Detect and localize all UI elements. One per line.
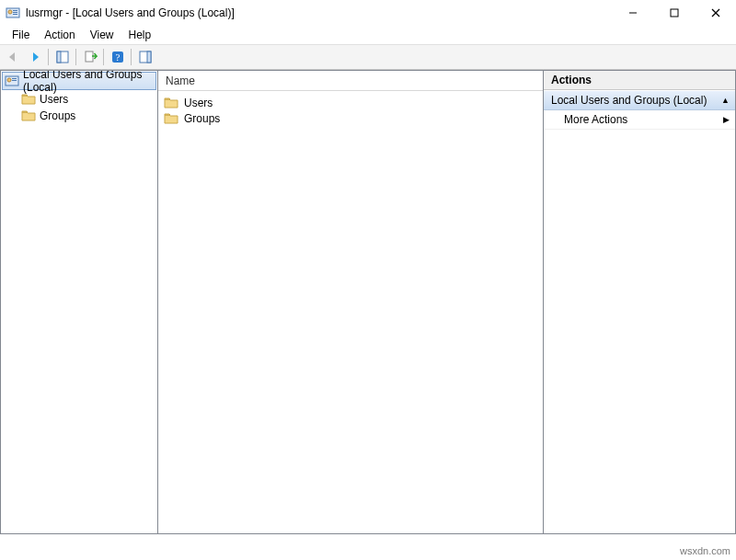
svg-point-1 [8,10,12,14]
svg-rect-15 [147,51,151,63]
lusrmgr-icon [5,74,19,88]
actions-header: Actions [544,71,735,90]
actions-more-actions[interactable]: More Actions ▶ [544,110,735,130]
menubar: File Action View Help [0,26,736,45]
svg-rect-10 [57,51,61,63]
bottom-gap [0,534,736,560]
close-button[interactable] [695,0,736,26]
tree-root-node[interactable]: Local Users and Groups (Local) [2,72,156,90]
tree-item-label: Users [40,93,68,106]
actions-pane: Actions Local Users and Groups (Local) ▲… [544,70,736,534]
folder-icon [21,109,36,121]
svg-text:?: ? [115,51,120,63]
tree-item-groups[interactable]: Groups [1,108,157,123]
folder-icon [164,112,178,124]
list-item-users[interactable]: Users [160,95,541,110]
main-area: Local Users and Groups (Local) Users Gro… [0,70,736,534]
toolbar-separator [131,49,132,65]
actions-group-label: Local Users and Groups (Local) [551,94,707,107]
column-header-name[interactable]: Name [158,71,543,91]
window-controls [612,0,736,26]
tree-item-label: Groups [40,109,75,122]
maximize-button[interactable] [653,0,695,26]
tree-root-label: Local Users and Groups (Local) [23,70,155,94]
svg-rect-2 [13,10,17,11]
menu-help[interactable]: Help [122,27,158,43]
list-item-groups[interactable]: Groups [160,110,541,126]
forward-button[interactable] [24,47,45,67]
svg-rect-18 [12,78,17,79]
toolbar-separator [75,49,76,65]
menu-view[interactable]: View [84,27,121,43]
toolbar-separator [48,49,49,65]
minimize-button[interactable] [612,0,653,26]
toolbar: ? [0,45,736,70]
actions-group-header[interactable]: Local Users and Groups (Local) ▲ [544,90,735,110]
list-body: Users Groups [158,91,543,130]
show-hide-action-pane-button[interactable] [134,47,155,67]
watermark: wsxdn.com [680,545,730,556]
window-title: lusrmgr - [Local Users and Groups (Local… [26,6,612,19]
list-item-label: Users [184,97,213,109]
svg-rect-11 [86,51,93,62]
folder-icon [21,93,36,105]
folder-icon [164,97,178,109]
tree-pane: Local Users and Groups (Local) Users Gro… [0,70,157,534]
list-pane: Name Users Groups [157,70,544,534]
svg-rect-19 [12,80,17,81]
actions-row-label: More Actions [564,113,627,126]
titlebar: lusrmgr - [Local Users and Groups (Local… [0,0,736,26]
svg-rect-3 [13,12,17,13]
actions-header-label: Actions [551,74,592,86]
column-header-label: Name [166,74,195,87]
collapse-icon: ▲ [721,96,730,105]
show-hide-tree-button[interactable] [52,47,73,67]
back-button[interactable] [2,47,23,67]
menu-file[interactable]: File [6,27,36,43]
menu-action[interactable]: Action [38,27,81,43]
app-icon [6,6,20,20]
svg-rect-4 [13,14,17,15]
export-list-button[interactable] [79,47,100,67]
submenu-arrow-icon: ▶ [723,115,730,124]
help-button[interactable]: ? [107,47,128,67]
svg-rect-6 [671,9,678,17]
toolbar-separator [103,49,104,65]
svg-point-17 [7,78,11,82]
list-item-label: Groups [184,112,220,125]
